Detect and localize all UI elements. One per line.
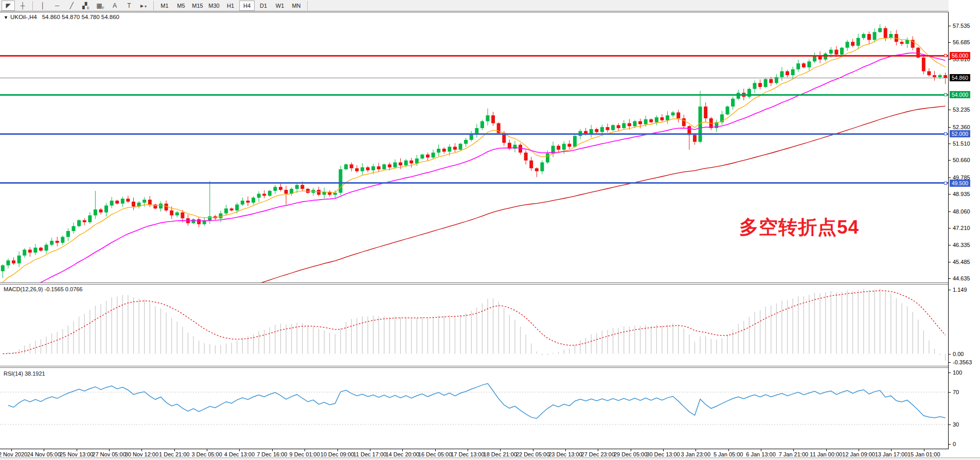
price-tick-mark <box>949 127 951 128</box>
price-level-badge: 49.500 <box>950 180 970 187</box>
time-tick-label: 9 Dec 01:00 <box>289 451 319 457</box>
cursor-tool-button[interactable]: ◤ <box>2 1 15 11</box>
horizontal-line-tool-button[interactable]: ─ <box>50 1 64 11</box>
time-tick-label: 23 Dec 13:00 <box>548 451 582 457</box>
time-tick-label: 22 Dec 05:00 <box>516 451 549 457</box>
candlestick-chart[interactable] <box>0 12 948 282</box>
time-tick-label: 6 Jan 13:00 <box>746 451 776 457</box>
price-tick-mark <box>949 160 951 161</box>
time-tick-label: 27 Dec 23:00 <box>581 451 615 457</box>
price-tick-mark <box>949 245 951 245</box>
time-tick-label: 5 Jan 05:00 <box>714 451 743 457</box>
price-tick-label: 48.935 <box>953 191 970 197</box>
price-tick-label: 47.210 <box>953 225 970 231</box>
time-tick-label: 29 Dec 05:00 <box>614 451 647 457</box>
time-axis[interactable]: 22 Nov 202024 Nov 05:0025 Nov 13:0027 No… <box>0 449 980 457</box>
rsi-tick-mark <box>949 424 951 425</box>
time-tick-label: 3 Dec 05:00 <box>191 451 222 457</box>
timeframe-d1-button[interactable]: D1 <box>256 1 271 11</box>
chart-text-annotation: 多空转折点54 <box>739 215 859 240</box>
time-tick-label: 7 Jan 21:00 <box>779 451 809 457</box>
vertical-line-tool-button[interactable]: │ <box>36 1 49 11</box>
time-tick-label: 3 Jan 23:00 <box>681 451 711 457</box>
macd-axis-bottom: -0.3563 <box>953 359 972 365</box>
price-tick-mark <box>949 194 951 194</box>
macd-panel[interactable] <box>0 285 948 366</box>
price-tick-label: 56.685 <box>953 39 970 45</box>
time-tick-label: 24 Nov 05:00 <box>27 451 61 457</box>
arrows-tool-button[interactable]: ▸▾ <box>137 1 150 11</box>
toolbar-separator <box>307 1 308 10</box>
price-level-badge: 56.000 <box>950 52 970 59</box>
timeframe-m30-button[interactable]: M30 <box>206 1 222 11</box>
equidistant-channel-tool-button[interactable]: ▞E <box>79 1 93 11</box>
price-tick-mark <box>949 144 951 144</box>
current-price-badge: 54.860 <box>950 74 970 81</box>
rsi-tick-mark <box>949 373 951 373</box>
timeframe-w1-button[interactable]: W1 <box>272 1 288 11</box>
price-tick-label: 44.635 <box>953 275 970 281</box>
rsi-axis-label: 100 <box>953 369 962 376</box>
timeframe-m5-button[interactable]: M5 <box>173 1 189 11</box>
price-tick-label: 46.335 <box>953 242 970 248</box>
time-tick-label: 12 Jan 09:00 <box>842 451 875 457</box>
time-tick-label: 25 Nov 13:00 <box>60 451 93 457</box>
macd-tick-mark <box>949 362 951 363</box>
price-tick-mark <box>949 59 951 60</box>
timeframe-mn-button[interactable]: MN <box>289 1 304 11</box>
time-tick-label: 30 Nov 12:00 <box>125 451 158 457</box>
macd-tick-mark <box>949 354 951 355</box>
price-tick-label: 57.535 <box>953 23 970 29</box>
line-end-marker[interactable] <box>944 93 947 96</box>
rsi-tick-mark <box>949 392 951 393</box>
line-end-marker[interactable] <box>944 182 947 185</box>
price-tick-label: 52.360 <box>953 124 970 130</box>
macd-axis-top: 1.149 <box>953 287 967 293</box>
line-end-marker[interactable] <box>944 54 947 57</box>
time-tick-label: 30 Dec 13:00 <box>646 451 680 457</box>
time-tick-label: 10 Dec 09:00 <box>320 451 354 457</box>
rsi-tick-mark <box>949 444 951 445</box>
toolbar-separator <box>153 1 154 10</box>
time-tick-label: 15 Jan 01:00 <box>907 451 940 457</box>
rsi-axis-label: 70 <box>953 389 959 395</box>
price-tick-mark <box>949 178 951 178</box>
timeframe-m1-button[interactable]: M1 <box>157 1 172 11</box>
time-tick-label: 18 Dec 21:00 <box>484 451 517 457</box>
fibonacci-tool-button[interactable]: ▦F <box>94 1 107 11</box>
timeframe-h4-button[interactable]: H4 <box>239 1 255 11</box>
rsi-axis-label: 0 <box>953 441 956 447</box>
time-tick-label: 1 Dec 21:00 <box>159 451 189 457</box>
time-tick-label: 14 Dec 20:00 <box>385 451 419 457</box>
timeframe-h1-button[interactable]: H1 <box>223 1 238 11</box>
trendline-tool-button[interactable]: ╱ <box>65 1 78 11</box>
price-tick-label: 50.660 <box>953 157 970 163</box>
timeframe-m15-button[interactable]: M15 <box>190 1 205 11</box>
time-tick-label: 7 Dec 16:00 <box>257 451 287 457</box>
crosshair-tool-button[interactable]: ┼ <box>16 1 29 11</box>
text-label-tool-button[interactable]: T <box>122 1 136 11</box>
price-tick-label: 45.485 <box>953 259 970 265</box>
macd-tick-mark <box>949 290 951 290</box>
mt4-chart-window: { "toolbar": { "tools": [ {"id":"cursor"… <box>0 0 980 460</box>
price-tick-mark <box>949 110 951 110</box>
toolbar: ◤┼│─╱▞E▦FAT▸▾M1M5M15M30H1H4D1W1MN <box>0 0 980 11</box>
time-tick-label: 22 Nov 2020 <box>0 451 27 457</box>
time-tick-label: 4 Dec 13:00 <box>224 451 255 457</box>
price-tick-label: 51.510 <box>953 140 970 147</box>
rsi-panel[interactable] <box>0 368 948 449</box>
toolbar-separator <box>32 1 33 10</box>
line-end-marker[interactable] <box>944 132 947 135</box>
price-level-badge: 52.000 <box>950 130 970 137</box>
time-tick-label: 27 Nov 05:00 <box>92 451 126 457</box>
price-axis[interactable]: 57.53556.68555.81053.23552.36051.51050.6… <box>949 0 980 457</box>
price-level-badge: 54.000 <box>950 91 970 98</box>
macd-axis-zero: 0.00 <box>953 351 964 357</box>
text-tool-button[interactable]: A <box>108 1 121 11</box>
time-tick-label: 16 Dec 05:00 <box>418 451 452 457</box>
price-tick-mark <box>949 278 951 279</box>
price-tick-mark <box>949 42 951 43</box>
price-tick-mark <box>949 211 951 212</box>
time-tick-label: 13 Jan 17:00 <box>875 451 908 457</box>
price-tick-mark <box>949 228 951 228</box>
